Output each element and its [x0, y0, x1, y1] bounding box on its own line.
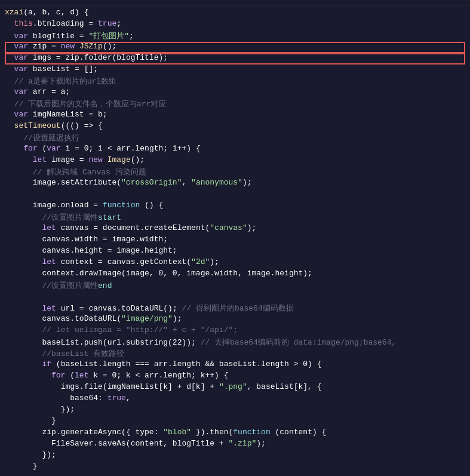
line-content: xzai(a, b, c, d) { — [5, 8, 465, 17]
code-line: let context = canvas.getContext("2d"); — [0, 257, 470, 269]
token: // 去掉base64编码前的 data:image/png;base64, — [201, 338, 397, 347]
indent — [5, 416, 51, 425]
token: = canvas.getContext( — [98, 257, 191, 266]
token: // 下载后图片的文件名，个数应与arr对应 — [14, 100, 167, 109]
line-content: for (let k = 0; k < arr.length; k++) { — [5, 371, 465, 380]
code-line: //设置图片属性end — [0, 280, 470, 291]
code-line — [0, 189, 470, 201]
indent — [5, 53, 14, 62]
token: a, b, c, d — [28, 8, 75, 17]
token: = — [51, 42, 61, 51]
token: // 解决跨域 Canvas 污染问题 — [33, 168, 146, 177]
token: = []; — [75, 65, 98, 73]
token: = b; — [88, 110, 107, 119]
token: var — [14, 110, 33, 119]
token: image — [51, 155, 79, 164]
line-content: //baseList 有效路径 — [5, 348, 465, 359]
line-content: //设置图片属性end — [5, 280, 465, 291]
code-line: var imgs = zip.folder(blogTitle); — [0, 53, 470, 65]
token: JSZip — [79, 42, 103, 51]
indent — [5, 168, 33, 177]
line-content: canvas.toDataURL("image/png"); — [5, 314, 465, 323]
indent — [5, 325, 42, 334]
indent — [5, 110, 14, 119]
token: var — [14, 65, 33, 73]
token: ); — [247, 223, 257, 232]
token: true — [98, 19, 116, 28]
token: var — [14, 32, 33, 41]
token: let — [75, 371, 93, 380]
token: () { — [140, 201, 163, 210]
indent — [5, 42, 14, 51]
token: ".zip" — [228, 439, 256, 448]
indent — [5, 19, 14, 28]
line-content: canvas.width = image.width; — [5, 235, 465, 244]
indent — [5, 450, 42, 459]
token: } — [33, 462, 38, 471]
indent — [5, 371, 51, 380]
token: = canvas.toDataURL(); — [79, 304, 182, 313]
code-line: var baseList = []; — [0, 65, 470, 76]
token: //baseList 有效路径 — [42, 349, 124, 358]
indent — [5, 121, 14, 130]
indent — [5, 281, 42, 290]
code-line: let url = canvas.toDataURL(); // 得到图片的ba… — [0, 303, 470, 314]
token: , — [182, 178, 191, 187]
token: = document.createElement( — [93, 223, 210, 232]
token: ; — [129, 32, 134, 41]
line-content: if (baseList.length === arr.length && ba… — [5, 360, 465, 368]
line-content: this.btnloading = true; — [5, 19, 465, 28]
indent — [5, 439, 51, 448]
line-content: }); — [5, 450, 465, 459]
line-content: // let uelimgaa = "http://" + c + "/api/… — [5, 325, 465, 334]
token: //设置图片属性 — [42, 281, 98, 290]
token: this — [14, 19, 33, 28]
token: = a; — [51, 87, 70, 96]
token: // 得到图片的base64编码数据 — [182, 304, 294, 313]
line-content: let image = new Image(); — [5, 155, 465, 164]
token: base64: — [70, 394, 107, 403]
token: = image.height; — [107, 246, 177, 255]
line-content: let url = canvas.toDataURL(); // 得到图片的ba… — [5, 303, 465, 314]
token: url — [61, 304, 79, 313]
token: }); — [42, 450, 56, 459]
code-line: if (baseList.length === arr.length && ba… — [0, 360, 470, 371]
token: imgNameList — [33, 110, 89, 119]
code-line: }); — [0, 450, 470, 462]
code-line: for (let k = 0; k < arr.length; k++) { — [0, 371, 470, 382]
token: //设置延迟执行 — [23, 134, 79, 143]
code-line: var arr = a; — [0, 87, 470, 99]
code-container: xzai(a, b, c, d) { this.btnloading = tru… — [0, 0, 470, 476]
token: = — [56, 53, 66, 62]
code-line: var imgNameList = b; — [0, 110, 470, 121]
indent — [5, 349, 42, 358]
code-line: zip.generateAsync({ type: "blob" }).then… — [0, 428, 470, 439]
code-line: canvas.height = image.height; — [0, 246, 470, 257]
token: new — [61, 42, 79, 51]
token: blogTitle — [33, 32, 79, 41]
line-content: canvas.height = image.height; — [5, 246, 465, 255]
code-line: image.setAttribute("crossOrigin", "anony… — [0, 178, 470, 189]
code-line: canvas.width = image.width; — [0, 235, 470, 246]
indent — [5, 223, 42, 232]
token: var — [14, 87, 33, 96]
line-content: var zip = new JSZip(); — [5, 42, 465, 51]
indent — [5, 338, 42, 347]
token: ) { — [75, 8, 88, 17]
indent — [5, 304, 42, 313]
code-line: //baseList 有效路径 — [0, 348, 470, 360]
token: function — [233, 428, 270, 437]
token: (baseList.length === arr.length && baseL… — [56, 360, 322, 368]
code-line: this.btnloading = true; — [0, 19, 470, 30]
code-line: var zip = new JSZip(); — [0, 42, 470, 53]
token: }); — [61, 405, 75, 414]
token: let — [42, 223, 60, 232]
token: "blob" — [163, 428, 191, 437]
token: "打包图片" — [88, 32, 129, 41]
indent — [5, 155, 33, 164]
code-line: //设置图片属性start — [0, 212, 470, 223]
code-line: FileSaver.saveAs(content, blogTitle + ".… — [0, 439, 470, 450]
line-content: base64: true, — [5, 394, 465, 403]
token: canvas.height — [42, 246, 107, 255]
indent — [5, 269, 42, 278]
